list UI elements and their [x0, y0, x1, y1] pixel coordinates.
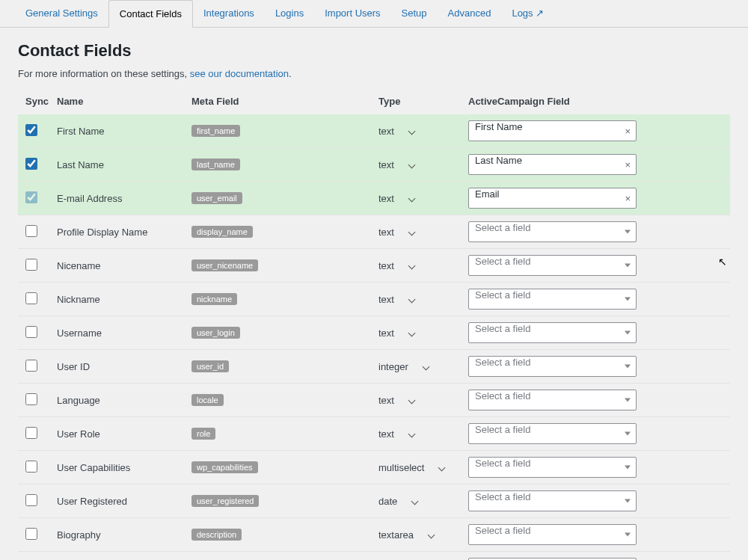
close-icon[interactable]: × — [625, 159, 631, 170]
tab-integrations[interactable]: Integrations — [193, 0, 265, 27]
close-icon[interactable]: × — [625, 193, 631, 204]
crm-field-select[interactable]: First Name — [468, 120, 637, 141]
crm-field-select[interactable]: Select a field — [468, 390, 637, 410]
sync-checkbox[interactable] — [25, 461, 37, 473]
field-name: User Capabilities — [57, 462, 191, 473]
tab-logins[interactable]: Logins — [265, 0, 314, 27]
chevron-down-icon[interactable] — [422, 363, 429, 370]
col-sync: Sync — [21, 96, 57, 107]
meta-tag: user_nicename — [191, 259, 258, 271]
tab-advanced[interactable]: Advanced — [438, 0, 502, 27]
crm-field-select[interactable]: Select a field — [468, 490, 637, 511]
tab-general-settings[interactable]: General Settings — [15, 0, 108, 27]
sync-checkbox[interactable] — [25, 191, 37, 203]
field-name: First Name — [57, 126, 191, 137]
meta-tag: user_id — [191, 360, 229, 372]
chevron-down-icon[interactable] — [408, 161, 415, 168]
chevron-down-icon[interactable] — [408, 194, 415, 202]
sync-checkbox[interactable] — [25, 393, 37, 405]
type-label: multiselect — [378, 462, 424, 473]
chevron-down-icon[interactable] — [408, 127, 415, 135]
chevron-down-icon[interactable] — [625, 264, 631, 268]
meta-tag: display_name — [191, 226, 253, 238]
type-label: integer — [378, 361, 408, 372]
chevron-down-icon[interactable] — [625, 499, 631, 503]
sync-checkbox[interactable] — [25, 158, 37, 170]
chevron-down-icon[interactable] — [625, 466, 631, 470]
chevron-down-icon[interactable] — [625, 230, 631, 234]
type-label: text — [378, 327, 394, 339]
table-row: User Registereduser_registereddateSelect… — [18, 484, 730, 518]
field-name: User ID — [57, 361, 191, 372]
chevron-down-icon[interactable] — [408, 228, 415, 236]
table-row: Nicenameuser_nicenametextSelect a field — [18, 249, 730, 283]
crm-field-select[interactable]: Select a field — [468, 423, 637, 444]
type-label: text — [378, 193, 394, 204]
tab-setup[interactable]: Setup — [391, 0, 438, 27]
tab-logs[interactable]: Logs ↗ — [501, 0, 554, 27]
meta-tag: last_name — [191, 159, 240, 170]
crm-field-select[interactable]: Select a field — [468, 524, 637, 545]
close-icon[interactable]: × — [625, 126, 631, 137]
crm-field-select[interactable]: Last Name — [468, 154, 637, 175]
meta-tag: locale — [191, 394, 224, 406]
type-label: text — [378, 395, 394, 406]
sync-checkbox[interactable] — [25, 427, 37, 439]
crm-field-select[interactable]: Select a field — [468, 457, 637, 478]
col-crm: ActiveCampaign Field — [468, 96, 727, 107]
chevron-down-icon[interactable] — [625, 298, 631, 301]
field-name: User Registered — [57, 496, 191, 507]
crm-field-select[interactable]: Select a field — [468, 255, 637, 276]
sync-checkbox[interactable] — [25, 124, 37, 136]
table-row: User IDuser_idintegerSelect a field — [18, 350, 730, 384]
meta-tag: nickname — [191, 293, 237, 305]
table-row: User RoleroletextSelect a field — [18, 417, 730, 451]
crm-field-select[interactable]: Email — [468, 188, 637, 209]
chevron-down-icon[interactable] — [408, 396, 415, 404]
type-label: text — [378, 428, 394, 440]
sync-checkbox[interactable] — [25, 528, 37, 540]
meta-tag: user_registered — [191, 495, 259, 507]
page-title: Contact Fields — [18, 41, 730, 61]
crm-field-select[interactable]: Select a field — [468, 289, 637, 310]
cursor-icon: ↖ — [718, 256, 727, 268]
sync-checkbox[interactable] — [25, 326, 37, 338]
field-name: Nicename — [57, 260, 191, 271]
table-header: Sync Name Meta Field Type ActiveCampaign… — [18, 90, 730, 114]
chevron-down-icon[interactable] — [625, 432, 631, 436]
table-row: First Namefirst_nametextFirst Name× — [18, 114, 730, 148]
chevron-down-icon[interactable] — [408, 329, 415, 336]
chevron-down-icon[interactable] — [625, 365, 631, 369]
meta-tag: user_login — [191, 327, 240, 339]
tab-import-users[interactable]: Import Users — [314, 0, 390, 27]
type-label: text — [378, 126, 394, 137]
crm-field-select[interactable]: Select a field — [468, 221, 637, 242]
tab-contact-fields[interactable]: Contact Fields — [108, 0, 193, 28]
chevron-down-icon[interactable] — [427, 531, 435, 538]
documentation-link[interactable]: see our documentation — [190, 68, 289, 79]
table-row: Profile Display Namedisplay_nametextSele… — [18, 215, 730, 249]
chevron-down-icon[interactable] — [411, 497, 418, 505]
type-label: text — [378, 294, 394, 305]
crm-field-select[interactable]: Select a field — [468, 356, 637, 377]
crm-field-select[interactable]: Select a field — [468, 322, 637, 343]
chevron-down-icon[interactable] — [625, 399, 631, 402]
sync-checkbox[interactable] — [25, 494, 37, 506]
field-name: User Role — [57, 428, 191, 440]
chevron-down-icon[interactable] — [438, 464, 445, 471]
chevron-down-icon[interactable] — [408, 262, 415, 269]
chevron-down-icon[interactable] — [408, 430, 415, 437]
chevron-down-icon[interactable] — [625, 533, 631, 537]
chevron-down-icon[interactable] — [625, 331, 631, 335]
type-label: text — [378, 260, 394, 271]
col-type: Type — [378, 96, 468, 107]
sync-checkbox[interactable] — [25, 360, 37, 372]
field-name: Biography — [57, 529, 191, 541]
sync-checkbox[interactable] — [25, 225, 37, 237]
type-label: text — [378, 227, 394, 238]
sync-checkbox[interactable] — [25, 292, 37, 304]
table-row: Usernameuser_logintextSelect a field — [18, 316, 730, 350]
table-row: User Capabilitieswp_capabilitiesmultisel… — [18, 451, 730, 484]
chevron-down-icon[interactable] — [408, 295, 415, 303]
sync-checkbox[interactable] — [25, 259, 37, 271]
